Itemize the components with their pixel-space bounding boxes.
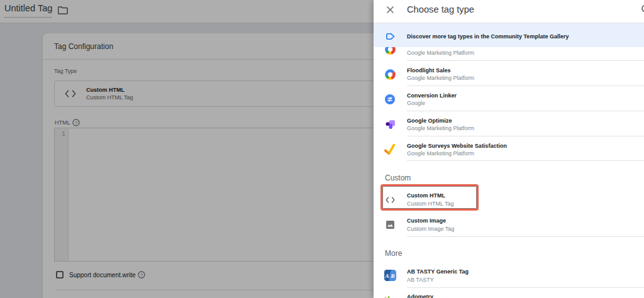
- svg-text:A: A: [385, 273, 389, 279]
- svg-text:B: B: [391, 273, 395, 279]
